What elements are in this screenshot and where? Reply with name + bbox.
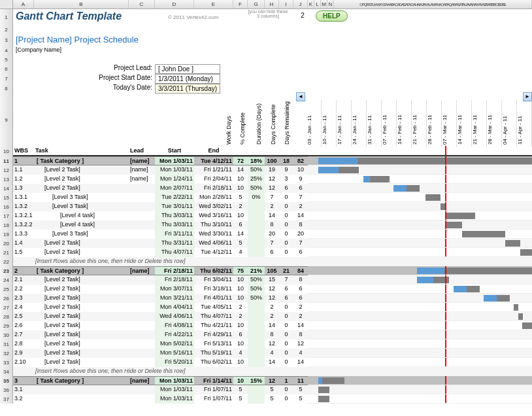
gantt-scroll-left-button[interactable]: ◄ xyxy=(296,92,305,101)
row-number[interactable]: 17 xyxy=(0,211,13,220)
date-column-label: 14 - Mar - 11 xyxy=(457,100,472,147)
task-row[interactable]: 33 2.10 [Level 2 Task] Fri 5/20/11 Thu 6… xyxy=(0,358,532,367)
task-row[interactable]: 25 2.2 [Level 2 Task] Mon 3/07/11 Fri 3/… xyxy=(0,285,532,294)
project-subtitle[interactable]: [Project Name] Project Schedule xyxy=(13,34,141,46)
row-number[interactable]: 31 xyxy=(0,339,13,349)
today-line xyxy=(445,339,446,348)
col-letter[interactable]: M xyxy=(321,0,327,9)
row-number[interactable]: 23 xyxy=(0,266,13,275)
task-row[interactable]: 13 1.2 [Level 2 Task] [name] Mon 1/24/11… xyxy=(0,175,532,184)
task-row[interactable]: 12 1.1 [Level 2 Task] [name] Mon 1/03/11… xyxy=(0,165,532,175)
select-all-corner[interactable] xyxy=(0,0,13,9)
col-letter[interactable]: H xyxy=(265,0,279,9)
gantt-bar xyxy=(514,304,518,311)
row-number[interactable]: 21 xyxy=(0,248,13,257)
task-row[interactable]: 31 2.8 [Level 2 Task] Mon 5/02/11 Fri 5/… xyxy=(0,339,532,349)
today-line xyxy=(445,239,446,247)
task-row[interactable]: 14 1.3 [Level 2 Task] Mon 2/07/11 Fri 2/… xyxy=(0,184,532,193)
task-row[interactable]: 21 1.5 [Level 2 Task] Thu 4/07/11 Tue 4/… xyxy=(0,248,532,257)
row-number[interactable]: 13 xyxy=(0,175,13,184)
task-row[interactable]: 37 3.2 Mon 1/03/11 Fri 1/07/11 5 5 0 5 xyxy=(0,394,532,404)
task-row[interactable]: 29 2.6 [Level 2 Task] Fri 4/08/11 Thu 4/… xyxy=(0,321,532,330)
row-number[interactable]: 3 xyxy=(0,34,13,46)
task-row[interactable]: 32 2.9 [Level 2 Task] Mon 5/16/11 Thu 5/… xyxy=(0,349,532,358)
row-number[interactable]: 24 xyxy=(0,275,13,285)
col-letter[interactable]: E xyxy=(194,0,233,9)
task-row[interactable]: 26 2.3 [Level 2 Task] Mon 3/21/11 Fri 4/… xyxy=(0,294,532,303)
task-row[interactable]: 28 2.5 [Level 2 Task] Wed 4/06/11 Thu 4/… xyxy=(0,312,532,321)
today-line xyxy=(445,321,446,330)
col-letter[interactable]: I xyxy=(279,0,293,9)
row-number[interactable]: 11 xyxy=(0,156,13,165)
task-row[interactable]: 19 1.3.3 [Level 3 Task] Fri 3/11/11 Wed … xyxy=(0,230,532,239)
task-row[interactable]: 35 3 [ Task Category ] [name] Mon 1/03/1… xyxy=(0,376,532,385)
row-number[interactable]: 15 xyxy=(0,193,13,202)
row-number[interactable]: 30 xyxy=(0,330,13,339)
row-number[interactable]: 4 xyxy=(0,46,13,55)
row-number[interactable]: 36 xyxy=(0,385,13,394)
col-letter[interactable]: D xyxy=(155,0,194,9)
gantt-cell xyxy=(308,321,532,330)
gantt-bar xyxy=(318,387,329,393)
help-button[interactable]: HELP xyxy=(316,10,348,22)
row-number[interactable]: 14 xyxy=(0,184,13,193)
row-number[interactable]: 5 xyxy=(0,55,13,64)
col-letter[interactable]: F xyxy=(233,0,248,9)
row-number[interactable]: 35 xyxy=(0,376,13,385)
header-task: Task xyxy=(34,146,129,156)
row-number[interactable]: 18 xyxy=(0,220,13,230)
task-row[interactable]: 27 2.4 [Level 2 Task] Mon 4/04/11 Tue 4/… xyxy=(0,303,532,312)
project-start-input[interactable]: 1/3/2011 (Monday) xyxy=(155,74,220,84)
row-number[interactable]: 37 xyxy=(0,394,13,404)
gantt-bar xyxy=(445,222,462,228)
col-letter[interactable]: L xyxy=(314,0,321,9)
col-letter[interactable]: A xyxy=(13,0,34,9)
row-number[interactable]: 27 xyxy=(0,303,13,312)
col-letter[interactable]: J xyxy=(293,0,308,9)
row-number[interactable]: 16 xyxy=(0,202,13,211)
row-number[interactable]: 25 xyxy=(0,285,13,294)
task-row[interactable]: 20 1.4 [Level 2 Task] Thu 3/31/11 Wed 4/… xyxy=(0,239,532,248)
row-number[interactable]: 22 xyxy=(0,257,13,266)
row-number[interactable]: 20 xyxy=(0,239,13,248)
row-number[interactable]: 2 xyxy=(0,25,13,34)
row-number[interactable]: 33 xyxy=(0,358,13,367)
row-number[interactable]: 7 xyxy=(0,74,13,84)
gantt-bar xyxy=(318,396,329,402)
row-number[interactable]: 1 xyxy=(0,9,13,25)
task-row[interactable]: 23 2 [ Task Category ] [name] Fri 2/18/1… xyxy=(0,266,532,275)
col-letters-rest[interactable]: OPQRSTUVWXYZAAABACADAEAFAGAHAIAJAKALAMAN… xyxy=(334,0,532,9)
gantt-scroll-right-button[interactable]: ► xyxy=(523,92,532,101)
col-letter[interactable]: C xyxy=(129,0,155,9)
row-number[interactable]: 8 xyxy=(0,84,13,94)
task-row[interactable]: 30 2.7 [Level 2 Task] Fri 4/22/11 Fri 4/… xyxy=(0,330,532,339)
gantt-bar xyxy=(318,377,344,384)
col-letter[interactable]: N xyxy=(327,0,334,9)
date-column-label: 28 - Mar - 11 xyxy=(487,100,502,147)
row-number[interactable]: 29 xyxy=(0,321,13,330)
row-number[interactable]: 6 xyxy=(0,64,13,74)
todays-date-input[interactable]: 3/3/2011 (Thursday) xyxy=(155,84,220,94)
date-column-label: 07 - Mar - 11 xyxy=(442,100,457,147)
row-number[interactable]: 9 xyxy=(0,94,13,146)
col-letter[interactable]: K xyxy=(308,0,314,9)
task-row[interactable]: 18 1.3.2.2 [Level 4 task] Thu 3/03/11 Th… xyxy=(0,220,532,230)
col-letter[interactable]: G xyxy=(248,0,265,9)
project-lead-input[interactable]: [ John Doe ] xyxy=(155,64,220,74)
row-number[interactable]: 34 xyxy=(0,367,13,376)
row-number[interactable]: 28 xyxy=(0,312,13,321)
row-number[interactable]: 32 xyxy=(0,349,13,358)
task-row[interactable]: 16 1.3.2 [Level 3 Task] Tue 3/01/11 Wed … xyxy=(0,202,532,211)
task-row[interactable]: 24 2.1 [Level 2 Task] Fri 2/18/11 Fri 3/… xyxy=(0,275,532,285)
date-column-label: 07 - Feb - 11 xyxy=(382,100,397,147)
row-number[interactable]: 19 xyxy=(0,230,13,239)
row-number[interactable]: 26 xyxy=(0,294,13,303)
row-number[interactable]: 10 xyxy=(0,146,13,156)
row-number[interactable]: 12 xyxy=(0,165,13,175)
company-name[interactable]: [Company Name] xyxy=(13,46,64,55)
task-row[interactable]: 17 1.3.2.1 [Level 4 task] Thu 3/03/11 We… xyxy=(0,211,532,220)
task-row[interactable]: 11 1 [ Task Category ] [name] Mon 1/03/1… xyxy=(0,156,532,165)
col-letter[interactable]: B xyxy=(34,0,129,9)
task-row[interactable]: 15 1.3.1 [Level 3 Task] Tue 2/22/11 Mon … xyxy=(0,193,532,202)
task-row[interactable]: 36 3.1 Mon 1/03/11 Fri 1/07/11 5 5 0 5 xyxy=(0,385,532,394)
